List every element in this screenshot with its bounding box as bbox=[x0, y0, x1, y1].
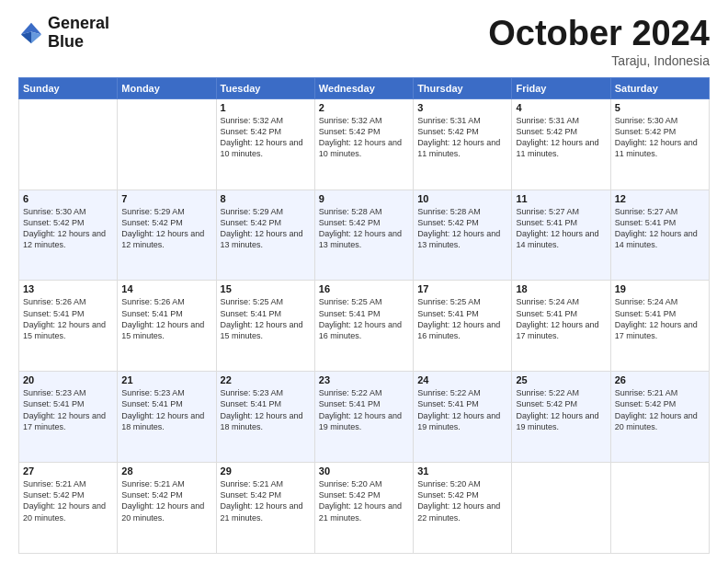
day-info: Sunrise: 5:21 AM Sunset: 5:42 PM Dayligh… bbox=[221, 478, 311, 523]
table-row: 20Sunrise: 5:23 AM Sunset: 5:41 PM Dayli… bbox=[19, 372, 118, 463]
day-info: Sunrise: 5:27 AM Sunset: 5:41 PM Dayligh… bbox=[516, 206, 606, 251]
table-row: 26Sunrise: 5:21 AM Sunset: 5:42 PM Dayli… bbox=[610, 372, 709, 463]
day-number: 22 bbox=[221, 374, 311, 385]
day-info: Sunrise: 5:30 AM Sunset: 5:42 PM Dayligh… bbox=[23, 206, 113, 251]
title-area: October 2024 Taraju, Indonesia bbox=[488, 15, 710, 68]
day-number: 10 bbox=[417, 193, 507, 204]
day-number: 24 bbox=[417, 374, 507, 385]
day-info: Sunrise: 5:29 AM Sunset: 5:42 PM Dayligh… bbox=[121, 206, 211, 251]
day-info: Sunrise: 5:21 AM Sunset: 5:42 PM Dayligh… bbox=[121, 478, 211, 523]
day-info: Sunrise: 5:21 AM Sunset: 5:42 PM Dayligh… bbox=[23, 478, 113, 523]
page: General Blue October 2024 Taraju, Indone… bbox=[0, 0, 728, 563]
table-row: 15Sunrise: 5:25 AM Sunset: 5:41 PM Dayli… bbox=[216, 281, 314, 372]
col-saturday: Saturday bbox=[610, 77, 709, 98]
calendar-body: 1Sunrise: 5:32 AM Sunset: 5:42 PM Daylig… bbox=[19, 98, 710, 553]
table-row: 3Sunrise: 5:31 AM Sunset: 5:42 PM Daylig… bbox=[414, 98, 512, 190]
header-row: Sunday Monday Tuesday Wednesday Thursday… bbox=[19, 77, 710, 98]
day-number: 29 bbox=[221, 465, 311, 477]
day-number: 1 bbox=[221, 102, 311, 113]
calendar-week-1: 6Sunrise: 5:30 AM Sunset: 5:42 PM Daylig… bbox=[19, 190, 710, 281]
day-info: Sunrise: 5:31 AM Sunset: 5:42 PM Dayligh… bbox=[516, 115, 606, 160]
calendar-week-2: 13Sunrise: 5:26 AM Sunset: 5:41 PM Dayli… bbox=[19, 281, 710, 372]
day-number: 13 bbox=[23, 283, 113, 294]
table-row: 14Sunrise: 5:26 AM Sunset: 5:41 PM Dayli… bbox=[118, 281, 216, 372]
day-info: Sunrise: 5:32 AM Sunset: 5:42 PM Dayligh… bbox=[221, 115, 311, 160]
day-info: Sunrise: 5:22 AM Sunset: 5:41 PM Dayligh… bbox=[417, 387, 507, 432]
col-friday: Friday bbox=[512, 77, 610, 98]
day-info: Sunrise: 5:32 AM Sunset: 5:42 PM Dayligh… bbox=[319, 115, 409, 160]
day-info: Sunrise: 5:22 AM Sunset: 5:41 PM Dayligh… bbox=[319, 387, 409, 432]
table-row: 11Sunrise: 5:27 AM Sunset: 5:41 PM Dayli… bbox=[512, 190, 610, 281]
day-info: Sunrise: 5:29 AM Sunset: 5:42 PM Dayligh… bbox=[221, 206, 311, 251]
day-number: 9 bbox=[319, 193, 409, 204]
table-row: 21Sunrise: 5:23 AM Sunset: 5:41 PM Dayli… bbox=[118, 372, 216, 463]
day-number: 5 bbox=[615, 102, 705, 113]
header: General Blue October 2024 Taraju, Indone… bbox=[18, 15, 710, 68]
table-row: 28Sunrise: 5:21 AM Sunset: 5:42 PM Dayli… bbox=[118, 463, 216, 554]
table-row: 9Sunrise: 5:28 AM Sunset: 5:42 PM Daylig… bbox=[314, 190, 413, 281]
col-monday: Monday bbox=[118, 77, 216, 98]
day-info: Sunrise: 5:25 AM Sunset: 5:41 PM Dayligh… bbox=[319, 296, 409, 341]
calendar-table: Sunday Monday Tuesday Wednesday Thursday… bbox=[18, 77, 710, 554]
table-row: 29Sunrise: 5:21 AM Sunset: 5:42 PM Dayli… bbox=[216, 463, 314, 554]
day-info: Sunrise: 5:30 AM Sunset: 5:42 PM Dayligh… bbox=[615, 115, 705, 160]
day-info: Sunrise: 5:28 AM Sunset: 5:42 PM Dayligh… bbox=[319, 206, 409, 251]
col-thursday: Thursday bbox=[414, 77, 512, 98]
day-info: Sunrise: 5:28 AM Sunset: 5:42 PM Dayligh… bbox=[417, 206, 507, 251]
table-row: 18Sunrise: 5:24 AM Sunset: 5:41 PM Dayli… bbox=[512, 281, 610, 372]
day-number: 26 bbox=[615, 374, 705, 385]
day-info: Sunrise: 5:24 AM Sunset: 5:41 PM Dayligh… bbox=[615, 296, 705, 341]
day-number: 19 bbox=[615, 283, 705, 294]
col-wednesday: Wednesday bbox=[314, 77, 413, 98]
day-info: Sunrise: 5:20 AM Sunset: 5:42 PM Dayligh… bbox=[417, 478, 507, 523]
table-row bbox=[118, 98, 216, 190]
day-number: 31 bbox=[417, 465, 507, 477]
table-row: 6Sunrise: 5:30 AM Sunset: 5:42 PM Daylig… bbox=[19, 190, 118, 281]
day-number: 8 bbox=[221, 193, 311, 204]
day-number: 20 bbox=[23, 374, 113, 385]
table-row: 4Sunrise: 5:31 AM Sunset: 5:42 PM Daylig… bbox=[512, 98, 610, 190]
logo-icon bbox=[18, 20, 44, 46]
logo: General Blue bbox=[18, 15, 109, 52]
day-info: Sunrise: 5:27 AM Sunset: 5:41 PM Dayligh… bbox=[615, 206, 705, 251]
day-number: 2 bbox=[319, 102, 409, 113]
table-row: 13Sunrise: 5:26 AM Sunset: 5:41 PM Dayli… bbox=[19, 281, 118, 372]
day-number: 6 bbox=[23, 193, 113, 204]
day-number: 7 bbox=[121, 193, 211, 204]
table-row: 2Sunrise: 5:32 AM Sunset: 5:42 PM Daylig… bbox=[314, 98, 413, 190]
day-number: 27 bbox=[23, 465, 113, 477]
day-number: 23 bbox=[319, 374, 409, 385]
day-number: 17 bbox=[417, 283, 507, 294]
table-row: 19Sunrise: 5:24 AM Sunset: 5:41 PM Dayli… bbox=[610, 281, 709, 372]
table-row: 8Sunrise: 5:29 AM Sunset: 5:42 PM Daylig… bbox=[216, 190, 314, 281]
day-number: 30 bbox=[319, 465, 409, 477]
day-number: 3 bbox=[417, 102, 507, 113]
table-row bbox=[512, 463, 610, 554]
day-number: 15 bbox=[221, 283, 311, 294]
logo-line2: Blue bbox=[48, 33, 109, 52]
day-info: Sunrise: 5:23 AM Sunset: 5:41 PM Dayligh… bbox=[23, 387, 113, 432]
col-sunday: Sunday bbox=[19, 77, 118, 98]
day-info: Sunrise: 5:25 AM Sunset: 5:41 PM Dayligh… bbox=[417, 296, 507, 341]
day-info: Sunrise: 5:26 AM Sunset: 5:41 PM Dayligh… bbox=[23, 296, 113, 341]
table-row: 7Sunrise: 5:29 AM Sunset: 5:42 PM Daylig… bbox=[118, 190, 216, 281]
table-row: 5Sunrise: 5:30 AM Sunset: 5:42 PM Daylig… bbox=[610, 98, 709, 190]
calendar-header: Sunday Monday Tuesday Wednesday Thursday… bbox=[19, 77, 710, 98]
table-row: 12Sunrise: 5:27 AM Sunset: 5:41 PM Dayli… bbox=[610, 190, 709, 281]
day-number: 21 bbox=[121, 374, 211, 385]
table-row: 17Sunrise: 5:25 AM Sunset: 5:41 PM Dayli… bbox=[414, 281, 512, 372]
table-row: 23Sunrise: 5:22 AM Sunset: 5:41 PM Dayli… bbox=[314, 372, 413, 463]
day-number: 16 bbox=[319, 283, 409, 294]
day-info: Sunrise: 5:25 AM Sunset: 5:41 PM Dayligh… bbox=[221, 296, 311, 341]
day-info: Sunrise: 5:26 AM Sunset: 5:41 PM Dayligh… bbox=[121, 296, 211, 341]
day-number: 4 bbox=[516, 102, 606, 113]
table-row: 31Sunrise: 5:20 AM Sunset: 5:42 PM Dayli… bbox=[414, 463, 512, 554]
day-info: Sunrise: 5:31 AM Sunset: 5:42 PM Dayligh… bbox=[417, 115, 507, 160]
table-row: 10Sunrise: 5:28 AM Sunset: 5:42 PM Dayli… bbox=[414, 190, 512, 281]
logo-text: General Blue bbox=[48, 15, 109, 52]
day-number: 28 bbox=[121, 465, 211, 477]
day-number: 14 bbox=[121, 283, 211, 294]
table-row: 27Sunrise: 5:21 AM Sunset: 5:42 PM Dayli… bbox=[19, 463, 118, 554]
day-info: Sunrise: 5:20 AM Sunset: 5:42 PM Dayligh… bbox=[319, 478, 409, 523]
day-info: Sunrise: 5:24 AM Sunset: 5:41 PM Dayligh… bbox=[516, 296, 606, 341]
